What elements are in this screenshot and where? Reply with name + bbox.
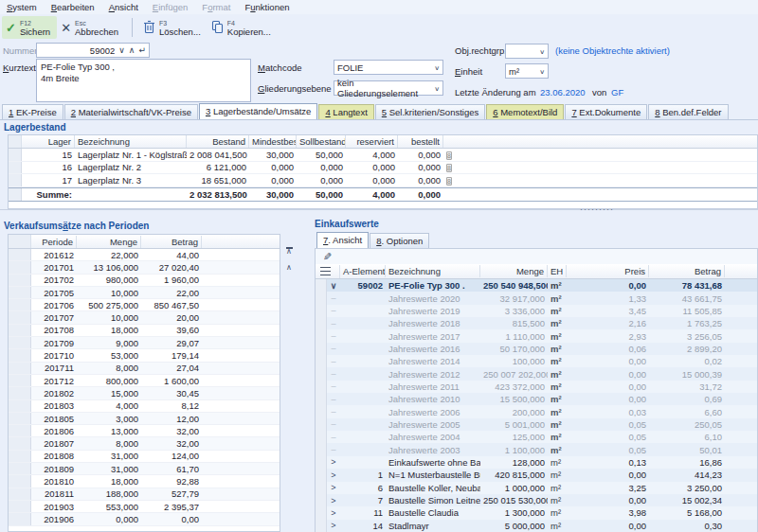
collapse-icon[interactable]: ∨ [327,280,340,292]
row-selector[interactable] [9,387,31,399]
verkauf-row[interactable]: 20171053,000179,14 [9,349,280,362]
column-header-reserviert[interactable]: reserviert [346,135,398,148]
column-header-periode[interactable]: Periode [31,236,77,248]
row-selector[interactable] [316,418,327,431]
column-header-menge[interactable]: Menge [480,265,548,277]
einkauf-row[interactable]: ‒Jahreswerte 2014100,000m²0,000,02 [316,355,757,367]
expand-icon[interactable]: > [327,495,340,506]
expand-icon[interactable]: > [327,470,340,481]
row-selector[interactable] [316,292,327,304]
row-selector[interactable] [316,317,327,329]
einkauf-row[interactable]: ‒Jahreswerte 2018815,500m²2,161 763,25 [316,317,757,329]
verkauf-row[interactable]: 20180613,00032,00 [9,425,280,437]
column-header-betrag[interactable]: Betrag [649,265,725,277]
row-selector[interactable] [9,149,22,161]
einkauf-row[interactable]: ‒Jahreswerte 20055 001,000m²0,05250,05 [316,418,757,431]
column-header-bestand[interactable]: Bestand [187,135,249,148]
column-header-bestellt[interactable]: bestellt [398,135,443,148]
column-header-preis[interactable]: Preis [567,265,649,277]
einheit-select[interactable]: m² ∨ [505,63,549,79]
scroll-to-top-button[interactable]: ∧ [283,246,296,257]
verkauf-row[interactable]: 201903553,0002 395,37 [9,501,280,513]
verkauf-row[interactable]: 201702980,0001 960,00 [9,275,280,287]
scroll-up-button[interactable]: ∧ [283,263,296,275]
tab-langtext[interactable]: 4 Langtext [318,104,373,119]
row-selector[interactable] [316,367,327,380]
enter-icon[interactable]: ↵ [138,45,146,55]
row-selector[interactable] [9,174,22,186]
verkauf-row[interactable]: 20170510,00022,00 [9,287,280,299]
row-selector[interactable] [9,375,31,386]
row-detail-button[interactable]: 8 [446,151,452,160]
row-selector[interactable] [9,488,31,500]
einkauf-row[interactable]: >7Baustelle Simon Leitner, H250 015 530,… [316,494,757,506]
einkauf-row[interactable]: ‒Jahreswerte 202032 917,000m²1,3343 661,… [316,292,757,304]
row-selector[interactable] [316,520,327,532]
einkauf-row[interactable]: ‒Jahreswerte 2012250 007 202,000m²0,0015… [316,367,757,380]
column-header-bezeichnung[interactable]: Bezeichnung [386,265,480,277]
menu-item-funktionen[interactable]: Funktionen [244,2,289,12]
row-selector[interactable] [316,506,327,519]
row-selector[interactable] [9,437,31,449]
einkauf-row[interactable]: ‒Jahreswerte 20171 110,000m²2,933 256,05 [316,329,757,342]
einkauf-row[interactable]: ‒Jahreswerte 201015 500,000m²0,000,69 [316,393,757,405]
column-header-sollbestand[interactable]: Sollbestand [297,135,346,148]
row-selector[interactable] [9,363,31,374]
row-selector[interactable] [9,287,31,298]
gliederungsebene-select[interactable]: kein Gliederungselement ∨ [334,80,443,96]
column-header-eh[interactable]: EH [548,265,567,277]
tab-memotext-bild[interactable]: 6 Memotext/Bild [486,104,564,119]
row-selector[interactable] [9,425,31,436]
row-selector[interactable] [316,381,327,393]
lagerbestand-row[interactable]: 16Lagerplatz Nr. 26 121,0000,0000,0000,0… [9,162,757,175]
row-detail-button[interactable]: 8 [446,177,452,186]
verkauf-row[interactable]: 20180215,00030,45 [9,387,280,399]
objrechtgrp-select[interactable]: ∨ [505,44,549,59]
menu-item-ansicht[interactable]: Ansicht [109,2,138,12]
row-selector[interactable] [9,261,31,273]
kopieren-button[interactable]: F4Kopieren... [208,16,278,39]
expand-icon[interactable]: > [327,456,340,468]
einkauf-row[interactable]: >14Stadlmayr5 000,000m²0,000,30 [316,520,757,532]
column-header-betrag[interactable]: Betrag [141,236,202,248]
verkauf-row[interactable]: 201811188,000527,79 [9,488,280,501]
chevron-up-icon[interactable]: ∧ [129,45,135,55]
nummer-input[interactable] [40,45,115,56]
abbrechen-button[interactable]: ✕EscAbbrechen [57,16,125,39]
row-selector[interactable] [316,355,327,367]
row-selector[interactable] [316,494,327,506]
pencil-icon[interactable]: ✎ [323,251,332,263]
einkauf-tab-8[interactable]: 8. Optionen [370,233,429,248]
row-selector[interactable] [316,482,327,494]
einkauf-row[interactable]: ‒Jahreswerte 2004125,000m²0,056,10 [316,431,757,443]
row-selector[interactable] [9,337,31,348]
verkauf-row[interactable]: 20170818,00039,60 [9,325,280,337]
menu-item-system[interactable]: System [7,2,37,12]
row-detail-button[interactable]: 8 [446,164,452,172]
row-selector[interactable] [9,475,31,487]
tab-ben-def-felder[interactable]: 8 Ben.def.Felder [648,104,728,119]
row-selector[interactable] [9,501,31,512]
expand-icon[interactable]: > [327,520,340,531]
verkauf-row[interactable]: 2018053,00012,00 [9,413,280,425]
verkauf-row[interactable]: 2018034,0008,12 [9,400,280,413]
einkauf-row[interactable]: ‒Jahreswerte 20193 336,000m²3,4511 505,8… [316,305,757,317]
tab-ext-dokumente[interactable]: 7 Ext.Dokumente [565,104,647,119]
row-selector[interactable] [9,349,31,361]
einkauf-row[interactable]: >6Baustelle Koller, Neubau1 000,000m²3,2… [316,482,757,494]
row-selector[interactable] [316,329,327,342]
row-selector[interactable] [9,299,31,310]
row-selector[interactable] [9,463,31,474]
verkauf-row[interactable]: 20180931,00061,70 [9,463,280,475]
verkauf-row[interactable]: 2019060,0000,00 [9,513,280,525]
row-selector[interactable] [9,275,31,286]
expand-icon[interactable]: > [327,482,340,493]
row-selector[interactable] [316,279,327,292]
verkauf-row[interactable]: 20170710,00020,00 [9,311,280,324]
lagerbestand-row[interactable]: 15Lagerplatz Nr. 1 - Köglstraße 122 008 … [9,149,757,162]
verkauf-row[interactable]: 2017099,00029,07 [9,337,280,349]
sichern-button[interactable]: ✓F12Sichern [2,16,57,39]
einkauf-row[interactable]: >Einkaufswerte ohne Baust128,000m²0,1316… [316,456,757,469]
matchcode-select[interactable]: FOLIE ∨ [334,60,443,75]
einkauf-row[interactable]: ‒Jahreswerte 2011423 372,000m²0,0031,72 [316,381,757,393]
